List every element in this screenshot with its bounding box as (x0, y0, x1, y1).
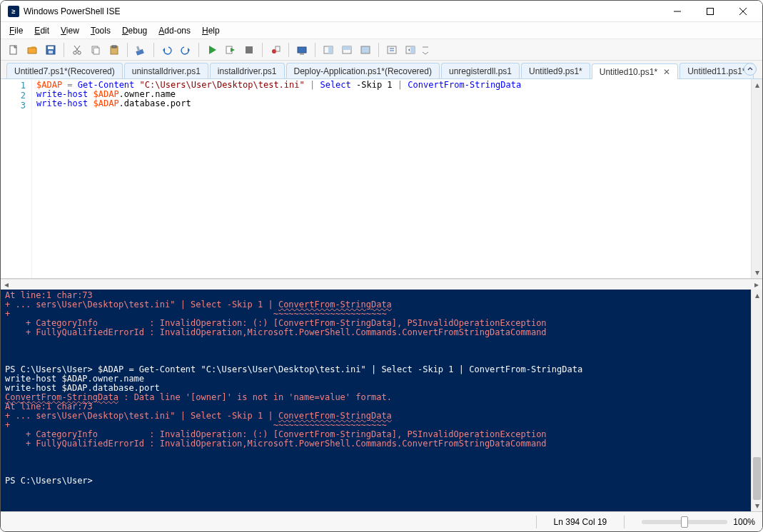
scroll-right-icon[interactable]: ▸ (751, 280, 762, 290)
scroll-track[interactable] (752, 91, 762, 267)
console-pane: At line:1 char:73+ ... sers\User\Desktop… (1, 290, 762, 511)
editor-body[interactable]: $ADAP = Get-Content "C:\Users\User\Deskt… (32, 79, 751, 278)
run-selection-icon[interactable] (222, 41, 239, 58)
console-line (5, 467, 747, 476)
console-vscrollbar[interactable]: ▴ ▾ (751, 290, 762, 511)
scroll-thumb[interactable] (753, 457, 761, 500)
tab-0[interactable]: Untitled7.ps1*(Recovered) (6, 63, 123, 78)
show-addon-icon[interactable] (402, 41, 419, 58)
undo-icon[interactable] (158, 41, 176, 58)
svg-point-9 (78, 51, 81, 53)
tab-7[interactable]: Untitled11.ps1* (679, 63, 753, 78)
layout-top-icon[interactable] (338, 41, 355, 58)
svg-rect-23 (300, 53, 304, 55)
editor-vscrollbar[interactable]: ▴ ▾ (751, 79, 762, 278)
svg-rect-7 (49, 51, 53, 53)
tab-close-icon[interactable]: ✕ (663, 67, 670, 77)
collapse-script-pane-icon[interactable] (744, 63, 757, 76)
breakpoint-icon[interactable] (267, 41, 284, 58)
zoom-thumb[interactable] (681, 516, 688, 528)
run-icon[interactable] (203, 41, 221, 58)
gutter-line: 2 (1, 91, 26, 101)
scroll-up-icon[interactable]: ▴ (752, 290, 762, 301)
tab-label: Untitled11.ps1* (687, 66, 745, 76)
copy-icon[interactable] (87, 41, 104, 58)
tab-label: Untitled10.ps1* (600, 67, 657, 77)
menu-edit[interactable]: Edit (30, 24, 54, 37)
scroll-down-icon[interactable]: ▾ (752, 500, 762, 511)
layout-right-icon[interactable] (320, 41, 337, 58)
menu-debug[interactable]: Debug (118, 24, 151, 37)
console-line (5, 458, 747, 467)
toolbar (1, 39, 762, 61)
menu-addons[interactable]: Add-ons (154, 24, 195, 37)
svg-rect-19 (246, 46, 253, 53)
menubar: FileEditViewToolsDebugAdd-onsHelp (1, 22, 762, 39)
cut-icon[interactable] (69, 41, 86, 58)
maximize-button[interactable] (694, 1, 727, 22)
remote-icon[interactable] (293, 41, 310, 58)
scroll-up-icon[interactable]: ▴ (752, 79, 762, 91)
close-button[interactable] (727, 1, 759, 22)
tab-1[interactable]: uninstalldriver.ps1 (124, 63, 208, 78)
console-line: + FullyQualifiedErrorId : InvalidOperati… (5, 328, 747, 337)
show-command-icon[interactable] (383, 41, 400, 58)
editor-line[interactable]: write-host $ADAP.database.port (36, 99, 747, 108)
zoom-level: 100% (733, 517, 755, 527)
tab-label: unregisterdll.ps1 (449, 66, 512, 76)
menu-file[interactable]: File (5, 24, 27, 37)
tab-label: installdriver.ps1 (218, 66, 277, 76)
save-icon[interactable] (42, 41, 59, 58)
console-line: ConvertFrom-StringData : Data line '[own… (5, 393, 747, 402)
svg-rect-33 (410, 46, 415, 53)
toolbar-overflow-icon[interactable] (420, 41, 430, 58)
tab-label: uninstalldriver.ps1 (132, 66, 201, 76)
stop-icon[interactable] (241, 41, 258, 58)
layout-full-icon[interactable] (357, 41, 374, 58)
svg-point-8 (74, 51, 76, 53)
menu-view[interactable]: View (56, 24, 84, 37)
tab-4[interactable]: unregisterdll.ps1 (441, 63, 520, 78)
tab-label: Deploy-Application.ps1*(Recovered) (294, 66, 432, 76)
paste-icon[interactable] (106, 41, 123, 58)
scroll-down-icon[interactable]: ▾ (752, 267, 762, 278)
clear-console-icon[interactable] (132, 41, 149, 58)
redo-icon[interactable] (177, 41, 194, 58)
svg-rect-28 (361, 46, 370, 53)
scroll-left-icon[interactable]: ◂ (1, 280, 12, 290)
menu-tools[interactable]: Tools (86, 24, 115, 37)
cursor-position: Ln 394 Col 19 (554, 517, 607, 527)
tabstrip: Untitled7.ps1*(Recovered)uninstalldriver… (1, 61, 762, 79)
console-line (5, 347, 747, 356)
statusbar: Ln 394 Col 19 100% (1, 511, 762, 531)
tab-2[interactable]: installdriver.ps1 (210, 63, 285, 78)
svg-rect-6 (48, 46, 54, 49)
console-line (5, 337, 747, 347)
tab-label: Untitled9.ps1* (529, 66, 582, 76)
console-output[interactable]: At line:1 char:73+ ... sers\User\Desktop… (1, 290, 751, 511)
menu-help[interactable]: Help (198, 24, 224, 37)
new-icon[interactable] (5, 41, 22, 58)
zoom-slider[interactable] (642, 520, 727, 524)
tab-5[interactable]: Untitled9.ps1* (521, 63, 590, 78)
tab-label: Untitled7.ps1*(Recovered) (14, 66, 115, 76)
svg-rect-17 (136, 46, 140, 51)
console-line (5, 449, 747, 458)
open-icon[interactable] (24, 41, 41, 58)
svg-rect-16 (136, 48, 143, 55)
svg-rect-21 (276, 46, 280, 51)
gutter-line: 3 (1, 101, 26, 111)
svg-rect-1 (707, 8, 714, 14)
workarea: 123 $ADAP = Get-Content "C:\Users\User\D… (1, 79, 762, 511)
titlebar: ≥ Windows PowerShell ISE (1, 1, 762, 22)
tab-6[interactable]: Untitled10.ps1*✕ (592, 63, 678, 79)
tab-3[interactable]: Deploy-Application.ps1*(Recovered) (286, 63, 440, 78)
powershell-icon: ≥ (8, 6, 19, 17)
console-line: PS C:\Users\User> (5, 476, 747, 486)
gutter-line: 1 (1, 81, 26, 91)
minimize-button[interactable] (661, 1, 694, 22)
window: ≥ Windows PowerShell ISE FileEditViewToo… (0, 0, 763, 532)
editor-hscrollbar[interactable]: ◂ ▸ (1, 279, 762, 290)
svg-rect-27 (343, 46, 351, 50)
window-title: Windows PowerShell ISE (24, 6, 120, 16)
